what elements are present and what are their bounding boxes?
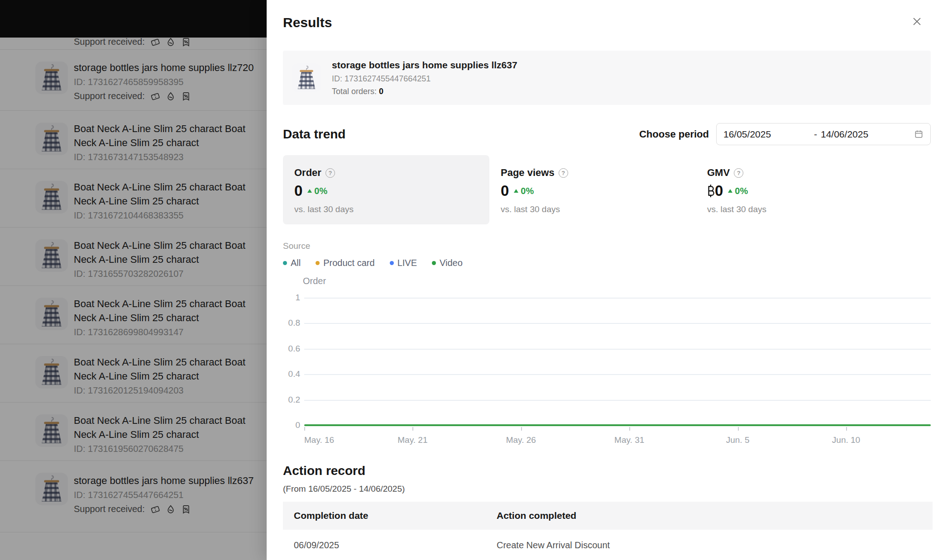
gmv-metric-value: 0 <box>707 182 723 199</box>
total-orders: Total orders:0 <box>332 86 517 96</box>
action-record-heading: Action record <box>283 463 931 479</box>
gmv-metric-label: GMV <box>707 167 730 179</box>
close-icon <box>913 18 921 25</box>
drawer-title: Results <box>283 14 931 31</box>
source-legend: AllProduct cardLIVEVideo <box>283 258 931 268</box>
legend-label: LIVE <box>397 258 417 268</box>
column-action-completed: Action completed <box>486 510 933 521</box>
order-metric-value: 0 <box>294 182 302 199</box>
source-label: Source <box>283 241 931 252</box>
x-axis-tick-label: May. 16 <box>304 435 334 445</box>
chart-y-axis-title: Order <box>303 275 931 286</box>
data-trend-heading: Data trend <box>283 126 345 142</box>
order-metric-delta: 0% <box>314 186 327 196</box>
metric-card-gmv[interactable]: GMV? 0 0% vs. last 30 days <box>696 155 902 224</box>
date-range-input[interactable]: 16/05/2025 - 14/06/2025 <box>716 123 931 145</box>
calendar-icon[interactable] <box>914 129 924 139</box>
arrow-up-icon <box>728 189 732 193</box>
legend-item-video[interactable]: Video <box>432 258 463 268</box>
help-icon[interactable]: ? <box>559 168 568 178</box>
table-row: 06/09/2025 Create New Arrival Discount <box>283 530 933 560</box>
x-axis-tick-label: May. 31 <box>614 435 644 445</box>
arrow-up-icon <box>514 189 518 193</box>
legend-item-product-card[interactable]: Product card <box>316 258 374 268</box>
metric-card-order[interactable]: Order? 0 0% vs. last 30 days <box>283 155 489 224</box>
product-thumbnail-skirt-image <box>292 63 321 92</box>
chart-gridline <box>304 298 931 299</box>
legend-dot-icon <box>283 261 287 265</box>
legend-label: Video <box>440 258 463 268</box>
period-end-value: 14/06/2025 <box>821 129 868 140</box>
legend-item-live[interactable]: LIVE <box>390 258 417 268</box>
chart-data-line <box>304 424 931 426</box>
legend-dot-icon <box>316 261 320 265</box>
order-metric-label: Order <box>294 167 321 179</box>
action-record-period: (From 16/05/2025 - 14/06/2025) <box>283 484 931 494</box>
gmv-metric-delta: 0% <box>735 186 748 196</box>
page-views-metric-value: 0 <box>501 182 509 199</box>
x-axis-tick <box>846 427 847 431</box>
page-views-metric-label: Page views <box>501 167 555 179</box>
compare-period-text: vs. last 30 days <box>501 204 696 214</box>
y-axis-tick-label: 0.8 <box>283 318 300 328</box>
metric-cards: Order? 0 0% vs. last 30 days Page views?… <box>283 155 931 224</box>
total-orders-label: Total orders: <box>332 87 377 96</box>
compare-period-text: vs. last 30 days <box>294 204 489 214</box>
baht-icon <box>707 184 714 198</box>
legend-dot-icon <box>432 261 436 265</box>
table-header-row: Completion date Action completed <box>283 502 933 530</box>
x-axis-tick <box>304 427 305 431</box>
chart-gridline <box>304 400 931 401</box>
close-button[interactable] <box>912 17 922 27</box>
x-axis-tick-label: Jun. 10 <box>832 435 860 445</box>
help-icon[interactable]: ? <box>734 168 743 178</box>
x-axis-tick-label: May. 26 <box>506 435 536 445</box>
y-axis-tick-label: 0.4 <box>283 369 300 379</box>
legend-item-all[interactable]: All <box>283 258 301 268</box>
legend-label: All <box>291 258 301 268</box>
total-orders-value: 0 <box>379 87 383 96</box>
compare-period-text: vs. last 30 days <box>707 204 902 214</box>
x-axis-tick <box>738 427 739 431</box>
legend-label: Product card <box>323 258 374 268</box>
product-summary-card: storage bottles jars home supplies llz63… <box>283 51 931 105</box>
period-separator: - <box>814 129 817 140</box>
action-completed-cell: Create New Arrival Discount <box>486 540 933 551</box>
x-axis-tick <box>629 427 630 431</box>
chart-gridline <box>304 349 931 350</box>
period-start-value: 16/05/2025 <box>723 129 814 140</box>
results-drawer: Results storage bottles jars home suppli… <box>267 0 938 560</box>
chart-gridline <box>304 323 931 324</box>
column-completion-date: Completion date <box>283 510 486 521</box>
help-icon[interactable]: ? <box>325 168 335 178</box>
y-axis-tick-label: 0.2 <box>283 395 300 405</box>
completion-date-cell: 06/09/2025 <box>283 540 486 551</box>
choose-period-label: Choose period <box>639 128 709 140</box>
x-axis-tick-label: Jun. 5 <box>726 435 750 445</box>
page-views-metric-delta: 0% <box>521 186 534 196</box>
legend-dot-icon <box>390 261 394 265</box>
product-name: storage bottles jars home supplies llz63… <box>332 59 517 71</box>
x-axis-tick-label: May. 21 <box>397 435 427 445</box>
y-axis-tick-label: 0.6 <box>283 344 300 354</box>
y-axis-tick-label: 0 <box>283 420 300 430</box>
arrow-up-icon <box>307 189 312 193</box>
y-axis-tick-label: 1 <box>283 293 300 303</box>
product-id: ID: 1731627455447664251 <box>332 74 517 84</box>
metric-card-page-views[interactable]: Page views? 0 0% vs. last 30 days <box>489 155 696 224</box>
chart-gridline <box>304 374 931 375</box>
order-chart: 10.80.60.40.20May. 16May. 21May. 26May. … <box>283 293 931 442</box>
x-axis-tick <box>521 427 522 431</box>
x-axis-tick <box>412 427 413 431</box>
action-record-table: Completion date Action completed 06/09/2… <box>283 502 933 560</box>
